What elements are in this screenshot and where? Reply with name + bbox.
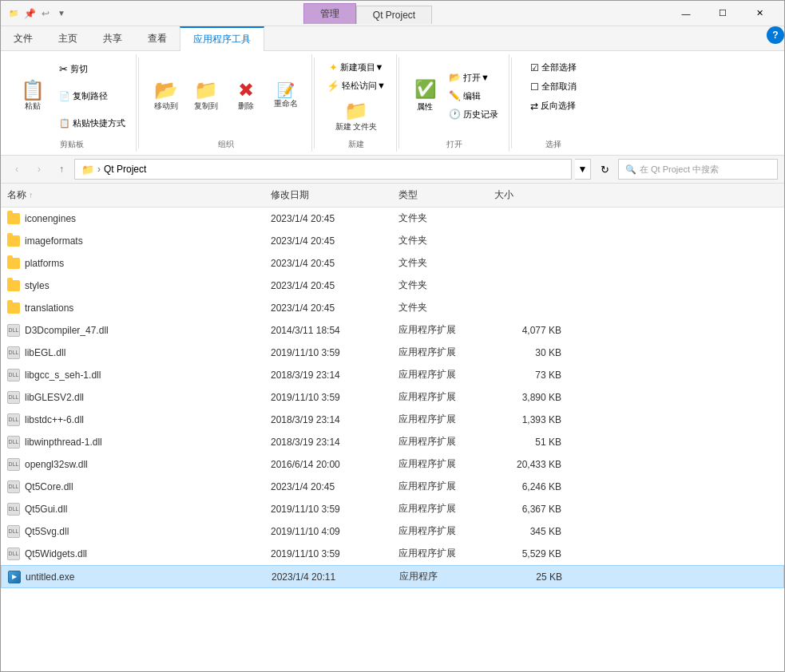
new-item-label: 新建项目▼ — [340, 61, 384, 73]
dll-icon: DLL — [7, 503, 20, 516]
folder-icon-path: 📁 — [81, 164, 94, 176]
table-row[interactable]: iconengines 2023/1/4 20:45 文件夹 — [1, 208, 784, 230]
file-type-cell: 应用程序扩展 — [392, 433, 488, 451]
title-tabs: 管理 Qt Project — [68, 3, 668, 24]
table-row[interactable]: DLL libgcc_s_seh-1.dll 2018/3/19 23:14 应… — [1, 364, 784, 386]
new-folder-label: 新建 文件夹 — [335, 122, 378, 132]
file-rows-container: iconengines 2023/1/4 20:45 文件夹 imageform… — [1, 208, 784, 588]
easy-access-button[interactable]: ⚡ 轻松访问▼ — [323, 77, 390, 94]
file-size-cell: 6,246 KB — [488, 479, 568, 495]
table-row[interactable]: DLL opengl32sw.dll 2016/6/14 20:00 应用程序扩… — [1, 453, 784, 476]
table-row[interactable]: DLL libwinpthread-1.dll 2018/3/19 23:14 … — [1, 431, 784, 453]
paste-shortcut-label: 粘贴快捷方式 — [73, 117, 125, 129]
table-row[interactable]: ▶ untitled.exe 2023/1/4 20:11 应用程序 25 KB — [1, 565, 784, 588]
address-dropdown[interactable]: ▼ — [575, 159, 591, 180]
file-date-cell: 2018/3/19 23:14 — [264, 434, 392, 450]
open-button[interactable]: 📂 打开▼ — [445, 69, 502, 86]
dropdown-icon[interactable]: ▼ — [55, 7, 68, 20]
rename-button[interactable]: 📝 重命名 — [267, 79, 305, 113]
file-date-cell: 2014/3/11 18:54 — [264, 322, 392, 338]
new-item-button[interactable]: ✦ 新建项目▼ — [325, 59, 388, 76]
tab-file[interactable]: 文件 — [1, 26, 46, 50]
clipboard-large: 📋 粘贴 — [14, 56, 52, 136]
close-button[interactable]: ✕ — [741, 1, 778, 26]
delete-button[interactable]: ✖ 删除 — [227, 77, 265, 115]
col-header-name[interactable]: 名称 ↑ — [1, 187, 264, 204]
search-box[interactable]: 🔍 在 Qt Project 中搜索 — [618, 159, 778, 180]
file-date-cell: 2023/1/4 20:11 — [265, 569, 393, 585]
table-row[interactable]: DLL Qt5Core.dll 2023/1/4 20:45 应用程序扩展 6,… — [1, 476, 784, 498]
invert-label: 反向选择 — [541, 100, 576, 112]
table-row[interactable]: DLL Qt5Gui.dll 2019/11/10 3:59 应用程序扩展 6,… — [1, 498, 784, 520]
copy-path-button[interactable]: 📄 复制路径 — [55, 88, 129, 105]
help-button[interactable]: ? — [767, 26, 784, 44]
edit-icon: ✏️ — [449, 90, 461, 101]
rename-label: 重命名 — [274, 99, 298, 109]
history-button[interactable]: 🕐 历史记录 — [445, 106, 502, 123]
main-content: 名称 ↑ 修改日期 类型 大小 iconengines 2023/1/4 20:… — [1, 184, 784, 672]
file-date-cell: 2018/3/19 23:14 — [264, 412, 392, 428]
file-size-cell: 51 KB — [488, 434, 568, 450]
file-date-cell: 2019/11/10 3:59 — [264, 546, 392, 562]
search-icon: 🔍 — [625, 164, 636, 175]
table-row[interactable]: platforms 2023/1/4 20:45 文件夹 — [1, 252, 784, 275]
table-row[interactable]: DLL Qt5Widgets.dll 2019/11/10 3:59 应用程序扩… — [1, 543, 784, 565]
tab-view[interactable]: 查看 — [135, 26, 180, 50]
organize-label: 组织 — [218, 136, 234, 150]
new-folder-button[interactable]: 📁 新建 文件夹 — [328, 97, 385, 136]
open-label: 打开▼ — [463, 72, 490, 84]
file-name-cell: DLL libGLESV2.dll — [1, 389, 264, 406]
dll-icon: DLL — [7, 391, 20, 404]
back-button[interactable]: ‹ — [7, 160, 26, 179]
move-to-button[interactable]: 📂 移动到 — [147, 77, 185, 115]
table-row[interactable]: DLL libEGL.dll 2019/11/10 3:59 应用程序扩展 30… — [1, 342, 784, 364]
easy-access-label: 轻松访问▼ — [342, 80, 386, 92]
file-date-cell: 2018/3/19 23:14 — [264, 367, 392, 383]
file-list[interactable]: 名称 ↑ 修改日期 类型 大小 iconengines 2023/1/4 20:… — [1, 184, 784, 672]
tab-share[interactable]: 共享 — [90, 26, 135, 50]
refresh-button[interactable]: ↻ — [594, 159, 615, 180]
copy-to-button[interactable]: 📁 复制到 — [187, 77, 225, 115]
file-type-cell: 文件夹 — [392, 209, 488, 227]
file-type-cell: 应用程序扩展 — [392, 343, 488, 362]
new-folder-icon: 📁 — [344, 101, 368, 121]
up-button[interactable]: ↑ — [52, 160, 71, 179]
tab-home[interactable]: 主页 — [46, 26, 90, 50]
paste-button[interactable]: 📋 粘贴 — [14, 77, 52, 115]
edit-button[interactable]: ✏️ 编辑 — [445, 88, 502, 105]
select-all-button[interactable]: ☑ 全部选择 — [526, 59, 581, 76]
cut-button[interactable]: ✂ 剪切 — [55, 61, 129, 77]
tab-qtproject[interactable]: Qt Project — [356, 6, 432, 24]
col-header-type[interactable]: 类型 — [392, 187, 488, 204]
folder-icon — [7, 280, 20, 291]
col-header-date[interactable]: 修改日期 — [264, 187, 392, 204]
dll-icon: DLL — [7, 413, 20, 426]
file-name-cell: ▶ untitled.exe — [2, 568, 265, 586]
tab-manage[interactable]: 管理 — [303, 3, 356, 24]
file-name: Qt5Svg.dll — [25, 526, 69, 537]
tab-app-tools[interactable]: 应用程序工具 — [180, 26, 264, 51]
table-row[interactable]: styles 2023/1/4 20:45 文件夹 — [1, 275, 784, 297]
table-row[interactable]: translations 2023/1/4 20:45 文件夹 — [1, 297, 784, 319]
minimize-button[interactable]: — — [668, 1, 704, 26]
file-date-cell: 2019/11/10 3:59 — [264, 345, 392, 361]
file-name-cell: DLL libstdc++-6.dll — [1, 411, 264, 429]
table-row[interactable]: DLL D3Dcompiler_47.dll 2014/3/11 18:54 应… — [1, 319, 784, 342]
copy-to-label: 复制到 — [194, 101, 218, 111]
table-row[interactable]: DLL libGLESV2.dll 2019/11/10 3:59 应用程序扩展… — [1, 386, 784, 409]
file-type-cell: 文件夹 — [392, 298, 488, 317]
file-date-cell: 2023/1/4 20:45 — [264, 300, 392, 316]
invert-selection-button[interactable]: ⇄ 反向选择 — [526, 97, 581, 114]
deselect-all-button[interactable]: ☐ 全部取消 — [526, 78, 581, 95]
file-size-cell — [488, 239, 568, 243]
maximize-button[interactable]: ☐ — [704, 1, 741, 26]
col-header-size[interactable]: 大小 — [488, 187, 568, 204]
properties-button[interactable]: ✅ 属性 — [407, 75, 443, 117]
table-row[interactable]: DLL libstdc++-6.dll 2018/3/19 23:14 应用程序… — [1, 409, 784, 431]
address-path[interactable]: 📁 › Qt Project — [74, 159, 572, 180]
table-row[interactable]: imageformats 2023/1/4 20:45 文件夹 — [1, 230, 784, 252]
forward-button[interactable]: › — [30, 160, 49, 179]
table-row[interactable]: DLL Qt5Svg.dll 2019/11/10 4:09 应用程序扩展 34… — [1, 520, 784, 543]
file-size-cell — [488, 306, 568, 310]
paste-shortcut-button[interactable]: 📋 粘贴快捷方式 — [55, 115, 129, 132]
